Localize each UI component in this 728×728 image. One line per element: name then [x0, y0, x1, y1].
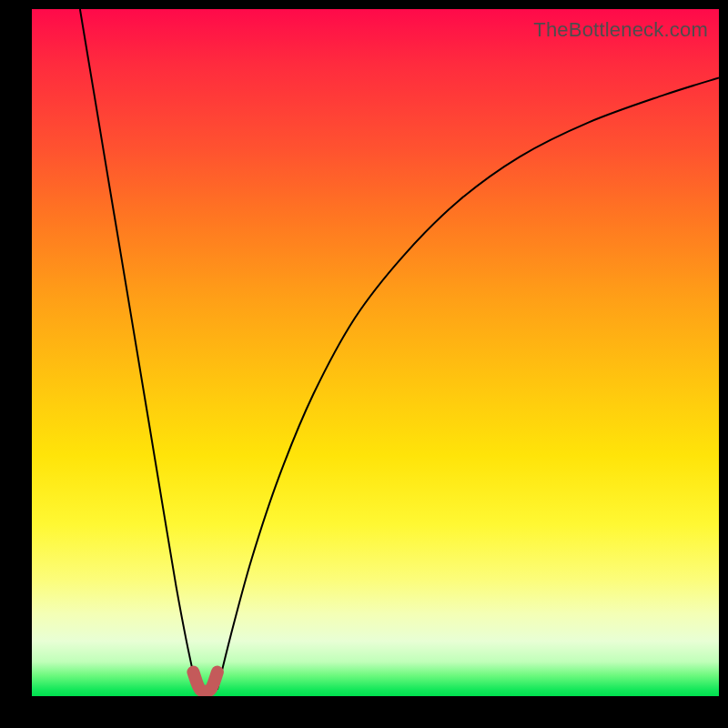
minimum-marker: [193, 672, 217, 692]
chart-frame: TheBottleneck.com: [32, 9, 719, 696]
right-curve: [217, 78, 719, 690]
chart-svg: [32, 9, 719, 696]
left-curve: [80, 9, 197, 690]
